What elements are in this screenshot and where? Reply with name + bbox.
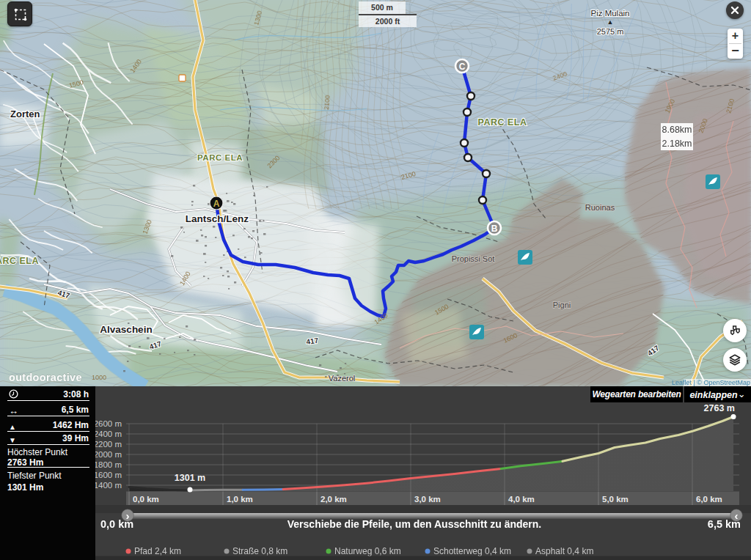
svg-text:Propissi Sot: Propissi Sot	[452, 254, 495, 263]
svg-text:Alvaschein: Alvaschein	[100, 324, 152, 335]
svg-text:1,0 km: 1,0 km	[227, 495, 253, 504]
svg-text:Leaflet | © OpenStreetMap: Leaflet | © OpenStreetMap	[672, 379, 750, 386]
svg-text:1000: 1000	[92, 374, 106, 381]
svg-text:Asphalt 0,4 km: Asphalt 0,4 km	[535, 546, 593, 556]
svg-text:1800 m: 1800 m	[95, 460, 122, 469]
svg-text:PARC ELA: PARC ELA	[0, 256, 39, 266]
svg-text:4,0 km: 4,0 km	[508, 495, 535, 504]
svg-text:2400 m: 2400 m	[95, 430, 122, 438]
svg-text:Vazerol: Vazerol	[329, 374, 355, 383]
svg-text:PARC ELA: PARC ELA	[478, 117, 527, 128]
svg-text:Pfad 2,4 km: Pfad 2,4 km	[134, 546, 181, 556]
svg-text:A: A	[213, 199, 220, 209]
svg-text:1400 m: 1400 m	[95, 481, 122, 490]
svg-text:2000 m: 2000 m	[95, 450, 122, 459]
svg-text:0,0 km: 0,0 km	[133, 495, 159, 504]
svg-text:2600 m: 2600 m	[95, 419, 122, 428]
svg-text:PARC ELA: PARC ELA	[197, 153, 243, 162]
svg-text:Pigni: Pigni	[553, 301, 571, 309]
svg-text:0,0 km: 0,0 km	[100, 518, 133, 530]
svg-text:Ruoinas: Ruoinas	[585, 203, 615, 212]
svg-text:▲: ▲	[607, 18, 614, 26]
svg-text:outdooractive: outdooractive	[9, 372, 82, 383]
svg-text:Zorten: Zorten	[10, 108, 40, 119]
svg-text:2200 m: 2200 m	[95, 440, 122, 449]
svg-text:1600 m: 1600 m	[95, 471, 122, 479]
svg-text:1301 m: 1301 m	[175, 473, 205, 483]
svg-text:2,0 km: 2,0 km	[320, 495, 347, 504]
svg-text:2575 m: 2575 m	[597, 27, 624, 36]
svg-text:Verschiebe die Pfeile, um den: Verschiebe die Pfeile, um den Ausschnitt…	[287, 518, 541, 530]
svg-text:Straße 0,8 km: Straße 0,8 km	[232, 546, 287, 556]
svg-text:Piz Mulain: Piz Mulain	[590, 9, 629, 18]
svg-text:2763 m: 2763 m	[704, 403, 735, 413]
svg-text:6,0 km: 6,0 km	[696, 495, 722, 504]
svg-text:C: C	[459, 62, 466, 72]
svg-text:2100: 2100	[323, 95, 331, 110]
svg-text:B: B	[491, 224, 498, 234]
svg-text:6,5 km: 6,5 km	[708, 518, 741, 530]
svg-text:Schotterweg 0,4 km: Schotterweg 0,4 km	[433, 546, 511, 556]
svg-text:Lantsch/Lenz: Lantsch/Lenz	[186, 213, 249, 224]
svg-text:3,0 km: 3,0 km	[414, 495, 441, 504]
svg-text:Naturweg 0,6 km: Naturweg 0,6 km	[334, 546, 401, 556]
svg-text:5,0 km: 5,0 km	[602, 495, 629, 504]
